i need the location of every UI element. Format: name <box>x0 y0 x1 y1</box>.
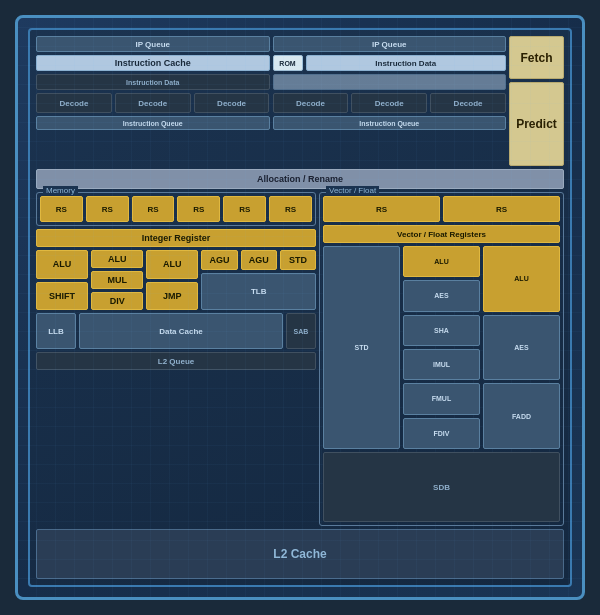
alu-2: ALU <box>91 250 143 268</box>
vector-float-label: Vector / Float <box>326 186 379 195</box>
l2-queue: L2 Queue <box>36 352 316 370</box>
agu-row: AGU AGU STD <box>201 250 316 270</box>
shift: SHIFT <box>36 282 88 311</box>
decode-right-3: Decode <box>430 93 506 113</box>
agu-col: AGU AGU STD TLB <box>201 250 316 310</box>
decode-right-1: Decode <box>273 93 349 113</box>
instruction-data-right: Instruction Data <box>306 55 507 71</box>
sha: SHA <box>403 315 480 346</box>
rs-right-1: RS <box>323 196 440 222</box>
integer-side: Memory RS RS RS RS RS RS Integer Registe… <box>36 192 316 526</box>
predict-box: Predict <box>509 82 564 166</box>
vector-section: Vector / Float RS RS Vector / Float Regi… <box>319 192 564 526</box>
div: DIV <box>91 292 143 310</box>
instr-data-right-2 <box>273 74 507 90</box>
alu-shift-col: ALU SHIFT <box>36 250 88 310</box>
integer-register: Integer Register <box>36 229 316 247</box>
rs-left-4: RS <box>177 196 220 222</box>
top-side: Fetch Predict <box>509 36 564 166</box>
sab: SAB <box>286 313 316 349</box>
fdiv: FDIV <box>403 418 480 449</box>
instruction-queue-left: Instruction Queue <box>36 116 270 130</box>
vec-alu-2: ALU <box>483 246 560 312</box>
vec-alu-1: ALU <box>403 246 480 277</box>
instruction-queue-right: Instruction Queue <box>273 116 507 130</box>
decode-right-2: Decode <box>351 93 427 113</box>
decode-left-3: Decode <box>194 93 270 113</box>
mul: MUL <box>91 271 143 289</box>
middle-section: Memory RS RS RS RS RS RS Integer Registe… <box>36 192 564 526</box>
memory-section: Memory RS RS RS RS RS RS <box>36 192 316 226</box>
rs-row-right: RS RS <box>323 196 560 222</box>
top-section: IP Queue Instruction Cache Instruction D… <box>36 36 564 166</box>
std-exec: STD <box>280 250 316 270</box>
top-left: IP Queue Instruction Cache Instruction D… <box>36 36 270 166</box>
memory-label: Memory <box>43 186 78 195</box>
imul: IMUL <box>403 349 480 380</box>
vec-alu2-col: ALU AES FADD <box>483 246 560 449</box>
tlb: TLB <box>201 273 316 310</box>
vec-std: STD <box>323 246 400 449</box>
decode-row-right: Decode Decode Decode <box>273 93 507 113</box>
instruction-data-left: Instruction Data <box>36 74 270 90</box>
alu-mul-col: ALU MUL DIV <box>91 250 143 310</box>
vec-alu1-col: ALU AES SHA IMUL FMUL FDIV <box>403 246 480 449</box>
rom-row: ROM Instruction Data <box>273 55 507 71</box>
instr-data-row-left: Instruction Data <box>36 74 270 90</box>
chip-outer: IP Queue Instruction Cache Instruction D… <box>15 15 585 600</box>
data-cache: Data Cache <box>79 313 283 349</box>
rom: ROM <box>273 55 303 71</box>
llb-datacache-row: LLB Data Cache SAB <box>36 313 316 349</box>
rs-left-5: RS <box>223 196 266 222</box>
decode-left-1: Decode <box>36 93 112 113</box>
sdb: SDB <box>323 452 560 522</box>
decode-row-left: Decode Decode Decode <box>36 93 270 113</box>
aes-1: AES <box>403 280 480 311</box>
agu-1: AGU <box>201 250 237 270</box>
rs-left-3: RS <box>132 196 175 222</box>
alu-1: ALU <box>36 250 88 279</box>
rs-left-6: RS <box>269 196 312 222</box>
rs-left-1: RS <box>40 196 83 222</box>
fmul: FMUL <box>403 383 480 414</box>
decode-left-2: Decode <box>115 93 191 113</box>
alu-jmp-col: ALU JMP <box>146 250 198 310</box>
fadd: FADD <box>483 383 560 449</box>
top-right: IP Queue ROM Instruction Data Decode Dec… <box>273 36 507 166</box>
exec-units-row: ALU SHIFT ALU MUL DIV ALU JMP <box>36 250 316 310</box>
ip-queue-left: IP Queue <box>36 36 270 52</box>
allocation-rename: Allocation / Rename <box>36 169 564 189</box>
vector-float-registers: Vector / Float Registers <box>323 225 560 243</box>
instruction-cache: Instruction Cache <box>36 55 270 71</box>
fetch-box: Fetch <box>509 36 564 79</box>
ip-queue-right: IP Queue <box>273 36 507 52</box>
vec-exec-row: STD ALU AES SHA IMUL FMUL FDIV <box>323 246 560 449</box>
llb: LLB <box>36 313 76 349</box>
rs-left-2: RS <box>86 196 129 222</box>
alu-3: ALU <box>146 250 198 279</box>
agu-2: AGU <box>241 250 277 270</box>
jmp: JMP <box>146 282 198 311</box>
vector-side: Vector / Float RS RS Vector / Float Regi… <box>319 192 564 526</box>
vec-std-col: STD <box>323 246 400 449</box>
aes-2: AES <box>483 315 560 381</box>
instr-data-row-right <box>273 74 507 90</box>
l2-cache: L2 Cache <box>36 529 564 579</box>
rs-right-2: RS <box>443 196 560 222</box>
rs-row-left: RS RS RS RS RS RS <box>40 196 312 222</box>
chip-inner: IP Queue Instruction Cache Instruction D… <box>28 28 572 587</box>
